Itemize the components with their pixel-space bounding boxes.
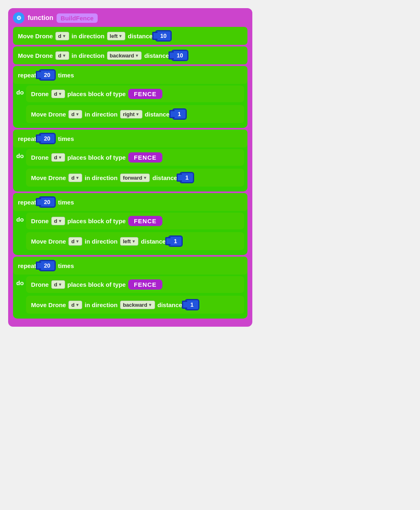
repeat-count-2[interactable]: 20	[39, 133, 56, 144]
repeat-block-3: repeat 20 times do Drone d ▼ places b	[13, 193, 247, 255]
dist-input-r4[interactable]: 1	[185, 299, 199, 310]
fence-block-3: Drone d ▼ places block of type FENCE	[26, 213, 244, 229]
chevron-down-icon: ▼	[148, 303, 152, 307]
move-block-r3: Move Drone d ▼ in direction left ▼ dista…	[26, 232, 244, 250]
repeat-header-2: repeat 20 times	[13, 130, 247, 147]
dist-input-r1[interactable]: 1	[172, 108, 187, 120]
distance-label-2: distance	[144, 52, 169, 59]
drone-dropdown-f1[interactable]: d ▼	[51, 90, 65, 98]
places-block-label-4: places block of type	[68, 281, 126, 288]
fence-badge-1: FENCE	[128, 89, 162, 99]
fence-block-2: Drone d ▼ places block of type FENCE	[26, 149, 244, 166]
repeat-count-1[interactable]: 20	[39, 69, 56, 81]
drone-dropdown-r4[interactable]: d ▼	[68, 301, 82, 309]
chevron-down-icon: ▼	[143, 176, 147, 180]
do-blocks-4: Drone d ▼ places block of type FENCE Mov…	[26, 276, 244, 315]
repeat-do-area-3: do Drone d ▼ places block of type FENCE	[13, 211, 247, 255]
drone-dropdown-f4[interactable]: d ▼	[51, 280, 65, 289]
dist-input-r3[interactable]: 1	[168, 235, 183, 247]
dist-input-r2[interactable]: 1	[179, 172, 194, 183]
dir-dropdown-r4[interactable]: backward ▼	[120, 301, 155, 309]
chevron-down-icon: ▼	[62, 53, 66, 58]
drone-dropdown-f2[interactable]: d ▼	[51, 153, 65, 162]
places-block-label-1: places block of type	[68, 90, 126, 97]
fence-badge-2: FENCE	[128, 152, 162, 163]
drone-dropdown-2[interactable]: d ▼	[55, 51, 69, 60]
repeat-label-2: repeat	[18, 135, 36, 142]
drone-dropdown-1[interactable]: d ▼	[55, 32, 69, 40]
chevron-down-icon: ▼	[58, 155, 62, 160]
chevron-down-icon: ▼	[75, 303, 79, 307]
function-keyword: function	[28, 14, 53, 22]
in-dir-label-r2: in direction	[85, 174, 118, 181]
drone-label-f1: Drone	[31, 90, 48, 97]
repeat-label-1: repeat	[18, 72, 36, 79]
move-block-r4: Move Drone d ▼ in direction backward ▼ d…	[26, 296, 244, 314]
repeat-header-4: repeat 20 times	[13, 257, 247, 275]
chevron-down-icon: ▼	[75, 176, 79, 180]
dist-label-r2: distance	[152, 174, 177, 181]
drone-label-f4: Drone	[31, 281, 48, 288]
move-block-r2: Move Drone d ▼ in direction forward ▼ di…	[26, 169, 244, 187]
drone-label-f2: Drone	[31, 154, 48, 161]
distance-label-1: distance	[128, 33, 153, 40]
times-label-1: times	[58, 72, 74, 79]
drone-dropdown-r2[interactable]: d ▼	[68, 174, 82, 182]
dir-dropdown-r2[interactable]: forward ▼	[120, 174, 150, 182]
chevron-down-icon: ▼	[118, 34, 122, 38]
move-label-r1: Move Drone	[31, 111, 66, 118]
fence-block-1: Drone d ▼ places block of type FENCE	[26, 86, 244, 102]
repeat-block-4: repeat 20 times do Drone d ▼ places b	[13, 257, 247, 319]
in-direction-label-2: in direction	[72, 52, 105, 59]
move-drone-block-1: Move Drone d ▼ in direction left ▼ dista…	[13, 27, 247, 45]
in-dir-label-r1: in direction	[85, 111, 118, 118]
drone-label-f3: Drone	[31, 218, 48, 224]
gear-icon: ⚙	[13, 12, 24, 24]
repeat-do-area-4: do Drone d ▼ places block of type FENCE	[13, 275, 247, 319]
drone-dropdown-r1[interactable]: d ▼	[68, 110, 82, 119]
do-blocks-3: Drone d ▼ places block of type FENCE Mov…	[26, 213, 244, 252]
in-dir-label-r3: in direction	[85, 238, 118, 245]
chevron-down-icon: ▼	[75, 112, 79, 117]
in-direction-label-1: in direction	[72, 33, 105, 40]
direction-dropdown-2[interactable]: backward ▼	[107, 51, 142, 60]
dir-dropdown-r3[interactable]: left ▼	[120, 237, 138, 246]
repeat-header-3: repeat 20 times	[13, 193, 247, 211]
fence-block-4: Drone d ▼ places block of type FENCE	[26, 276, 244, 293]
repeat-block-2: repeat 20 times do Drone d ▼ places b	[13, 130, 247, 191]
move-block-r1: Move Drone d ▼ in direction right ▼ dist…	[26, 105, 244, 123]
chevron-down-icon: ▼	[58, 219, 62, 223]
drone-dropdown-r3[interactable]: d ▼	[68, 237, 82, 246]
do-label-2: do	[16, 149, 24, 159]
dist-label-r3: distance	[141, 238, 166, 245]
function-block: ⚙ function BuildFence Move Drone d ▼ in …	[8, 8, 252, 327]
repeat-count-4[interactable]: 20	[39, 260, 56, 271]
distance-input-2[interactable]: 10	[171, 50, 188, 61]
in-dir-label-r4: in direction	[85, 301, 118, 308]
repeat-do-area-2: do Drone d ▼ places block of type FENCE	[13, 147, 247, 191]
move-label-1: Move Drone	[18, 33, 53, 40]
dir-dropdown-r1[interactable]: right ▼	[120, 110, 142, 119]
do-label-3: do	[16, 213, 24, 223]
chevron-down-icon: ▼	[75, 239, 79, 244]
times-label-3: times	[58, 199, 74, 206]
do-row-3: do Drone d ▼ places block of type FENCE	[16, 213, 244, 252]
chevron-down-icon: ▼	[135, 53, 139, 58]
places-block-label-2: places block of type	[68, 154, 126, 161]
repeat-count-3[interactable]: 20	[39, 196, 56, 208]
do-label-4: do	[16, 276, 24, 286]
chevron-down-icon: ▼	[131, 239, 136, 244]
do-row-1: do Drone d ▼ places block of type FENCE	[16, 86, 244, 125]
chevron-down-icon: ▼	[62, 34, 66, 38]
chevron-down-icon: ▼	[58, 282, 62, 287]
repeat-header-1: repeat 20 times	[13, 66, 247, 84]
workspace: ⚙ function BuildFence Move Drone d ▼ in …	[8, 8, 252, 327]
repeat-block-1: repeat 20 times do Drone d ▼	[13, 66, 247, 128]
direction-dropdown-1[interactable]: left ▼	[107, 32, 125, 40]
drone-dropdown-f3[interactable]: d ▼	[51, 217, 65, 225]
distance-input-1[interactable]: 10	[155, 30, 172, 42]
function-name[interactable]: BuildFence	[57, 13, 98, 23]
move-drone-block-2: Move Drone d ▼ in direction backward ▼ d…	[13, 46, 247, 64]
chevron-down-icon: ▼	[58, 92, 62, 96]
times-label-2: times	[58, 135, 74, 142]
